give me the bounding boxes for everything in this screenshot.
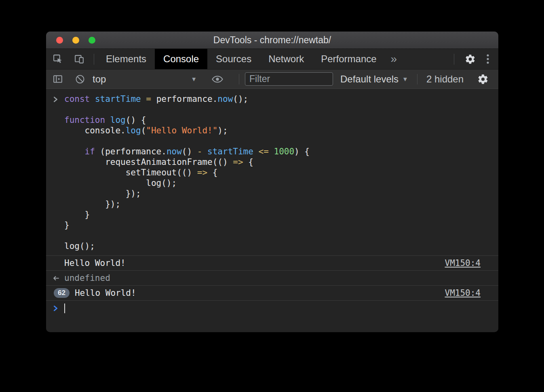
more-tabs-button[interactable]: » [385,49,403,69]
window-title: DevTools - chrome://newtab/ [46,35,498,46]
tab-sources[interactable]: Sources [207,49,260,69]
gear-icon [477,74,489,85]
tab-network[interactable]: Network [260,49,312,69]
panel-tabs: Elements Console Sources Network Perform… [97,49,403,69]
devtools-tabbar: Elements Console Sources Network Perform… [46,49,498,70]
clear-console-button[interactable] [75,74,85,84]
tab-elements[interactable]: Elements [97,49,155,69]
toolbar-divider [417,74,417,84]
kebab-icon [486,53,489,65]
console-settings-button[interactable] [477,74,489,85]
eye-icon [211,74,224,85]
return-value-arrow-icon [53,275,59,281]
create-live-expression-button[interactable] [211,74,224,85]
source-link[interactable]: VM150:4 [445,258,481,268]
console-sidebar-toggle-button[interactable] [53,74,63,84]
command-chevron-icon [53,96,59,103]
minimize-window-button[interactable] [72,37,79,44]
clear-icon [75,74,85,84]
log-text: Hello World! [75,288,136,298]
console-messages-pane: const startTime = performance.now();func… [46,89,498,332]
log-levels-dropdown[interactable]: Default levels ▼ [340,74,408,85]
toolbar-divider [239,74,239,84]
log-text: Hello World! [64,258,126,268]
filter-input[interactable] [245,72,333,86]
chevron-down-icon: ▼ [191,76,197,82]
log-levels-label: Default levels [340,74,399,85]
text-caret [64,303,65,313]
console-log-message: Hello World! VM150:4 [46,255,498,270]
executed-command: const startTime = performance.now();func… [46,89,498,255]
traffic-lights [56,32,95,48]
devtools-window: DevTools - chrome://newtab/ Elements Con… [46,32,498,332]
sidebar-panel-icon [53,74,63,84]
tabbar-right-divider [454,54,454,65]
console-toolbar: top ▼ Default levels ▼ 2 hidden [46,70,498,89]
result-text: undefined [64,273,110,283]
hidden-messages-count: 2 hidden [426,74,464,85]
tabbar-divider [94,54,94,65]
gear-icon [465,54,476,65]
tab-console[interactable]: Console [155,49,207,69]
titlebar[interactable]: DevTools - chrome://newtab/ [46,32,498,49]
chevron-down-icon: ▼ [402,76,408,82]
menu-button[interactable] [486,53,489,65]
javascript-context-selector[interactable]: top ▼ [91,74,201,85]
source-link[interactable]: VM150:4 [445,288,481,298]
inspect-element-button[interactable] [53,54,63,65]
prompt-chevron-icon [53,305,59,312]
device-toolbar-button[interactable] [74,54,85,65]
repeat-count-badge: 62 [54,288,70,298]
command-code: const startTime = performance.now();func… [64,94,310,251]
settings-button[interactable] [465,54,476,65]
close-window-button[interactable] [56,37,63,44]
zoom-window-button[interactable] [89,37,95,44]
device-toolbar-icon [74,54,85,65]
context-label: top [93,74,106,85]
console-log-message: 62 Hello World! VM150:4 [46,285,498,300]
tab-performance[interactable]: Performance [312,49,385,69]
inspect-icon [53,54,63,65]
console-prompt[interactable] [46,300,498,316]
console-result-message: undefined [46,270,498,285]
